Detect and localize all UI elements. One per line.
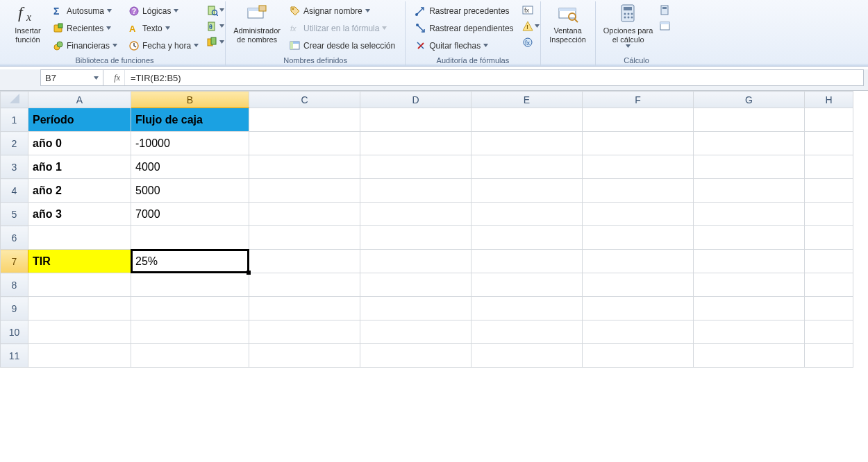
cancel-icon[interactable] [108,73,110,83]
cell-G8[interactable] [694,273,805,297]
cell-E4[interactable] [471,179,583,203]
cell-D6[interactable] [360,226,471,250]
row-header-8[interactable]: 8 [1,273,28,297]
cell-B7[interactable]: 25% [131,250,249,273]
cell-H1[interactable] [805,108,853,132]
calculation-options-button[interactable]: Opciones para el cálculo [600,1,657,50]
remove-arrows-button[interactable]: Quitar flechas [412,37,516,53]
cell-H10[interactable] [805,320,853,344]
show-formulas-button[interactable]: fx [521,3,535,17]
cell-C9[interactable] [249,297,360,320]
cell-G11[interactable] [694,344,805,368]
row-header-3[interactable]: 3 [1,155,28,179]
col-header-A[interactable]: A [28,92,131,108]
cell-E8[interactable] [471,273,583,297]
financial-button[interactable]: Financieras [50,37,120,53]
cell-G1[interactable] [694,108,805,132]
cell-C11[interactable] [249,344,360,368]
evaluate-formula-button[interactable]: fx [521,35,535,49]
cell-B10[interactable] [131,320,249,344]
row-header-6[interactable]: 6 [1,226,28,250]
cell-E3[interactable] [471,155,583,179]
cell-H7[interactable] [805,250,853,273]
cell-E11[interactable] [471,344,583,368]
cell-D3[interactable] [360,155,471,179]
col-header-F[interactable]: F [583,92,694,108]
text-button[interactable]: A Texto [126,20,201,36]
row-header-9[interactable]: 9 [1,297,28,320]
cell-E10[interactable] [471,320,583,344]
fx-icon[interactable]: fx [114,73,120,83]
row-header-2[interactable]: 2 [1,132,28,155]
cell-A7[interactable]: TIR [28,250,131,273]
col-header-E[interactable]: E [471,92,583,108]
cell-F11[interactable] [583,344,694,368]
cell-E5[interactable] [471,203,583,226]
assign-name-button[interactable]: Asignar nombre [287,3,398,19]
cell-C2[interactable] [249,132,360,155]
watch-window-button[interactable]: Ventana Inspección [545,1,591,45]
cell-H9[interactable] [805,297,853,320]
calculate-now-button[interactable] [658,3,672,17]
cell-C10[interactable] [249,320,360,344]
cell-E1[interactable] [471,108,583,132]
cell-F2[interactable] [583,132,694,155]
cell-C7[interactable] [249,250,360,273]
cell-A11[interactable] [28,344,131,368]
cell-B9[interactable] [131,297,249,320]
cell-A2[interactable]: año 0 [28,132,131,155]
cell-A4[interactable]: año 2 [28,179,131,203]
cell-C3[interactable] [249,155,360,179]
math-trig-button[interactable]: θ [206,19,219,33]
cell-C5[interactable] [249,203,360,226]
cell-E2[interactable] [471,132,583,155]
spreadsheet-grid[interactable]: A B C D E F G H 1 Período Flujo de caja … [0,91,868,368]
cell-G3[interactable] [694,155,805,179]
name-box[interactable]: B7 [41,70,103,85]
cell-G10[interactable] [694,320,805,344]
row-header-4[interactable]: 4 [1,179,28,203]
col-header-B[interactable]: B [131,92,249,108]
cell-G5[interactable] [694,203,805,226]
cell-D4[interactable] [360,179,471,203]
trace-dependents-button[interactable]: Rastrear dependientes [412,20,516,36]
cell-F7[interactable] [583,250,694,273]
col-header-G[interactable]: G [694,92,805,108]
lookup-reference-button[interactable] [206,3,219,17]
cell-D1[interactable] [360,108,471,132]
cell-C4[interactable] [249,179,360,203]
row-header-1[interactable]: 1 [1,108,28,132]
cell-G6[interactable] [694,226,805,250]
cell-E7[interactable] [471,250,583,273]
row-header-7[interactable]: 7 [1,250,28,273]
cell-B3[interactable]: 4000 [131,155,249,179]
row-header-10[interactable]: 10 [1,320,28,344]
cell-A1[interactable]: Período [28,108,131,132]
calculate-sheet-button[interactable] [658,19,672,33]
cell-H8[interactable] [805,273,853,297]
cell-G7[interactable] [694,250,805,273]
col-header-C[interactable]: C [249,92,360,108]
row-header-11[interactable]: 11 [1,344,28,368]
use-in-formula-button[interactable]: fx Utilizar en la fórmula [287,20,398,36]
cell-A3[interactable]: año 1 [28,155,131,179]
cell-F9[interactable] [583,297,694,320]
datetime-button[interactable]: Fecha y hora [126,37,201,53]
cell-H5[interactable] [805,203,853,226]
col-header-D[interactable]: D [360,92,471,108]
cell-H2[interactable] [805,132,853,155]
logical-button[interactable]: ? Lógicas [126,3,201,19]
cell-H6[interactable] [805,226,853,250]
cell-B2[interactable]: -10000 [131,132,249,155]
cell-D5[interactable] [360,203,471,226]
autosum-button[interactable]: Σ Autosuma [50,3,120,19]
cell-B1[interactable]: Flujo de caja [131,108,249,132]
cell-F4[interactable] [583,179,694,203]
cell-H3[interactable] [805,155,853,179]
create-from-selection-button[interactable]: Crear desde la selección [287,37,398,53]
trace-precedents-button[interactable]: Rastrear precedentes [412,3,516,19]
more-functions-button[interactable] [206,35,219,49]
cell-F8[interactable] [583,273,694,297]
cell-E6[interactable] [471,226,583,250]
error-checking-button[interactable]: ! [521,19,535,33]
